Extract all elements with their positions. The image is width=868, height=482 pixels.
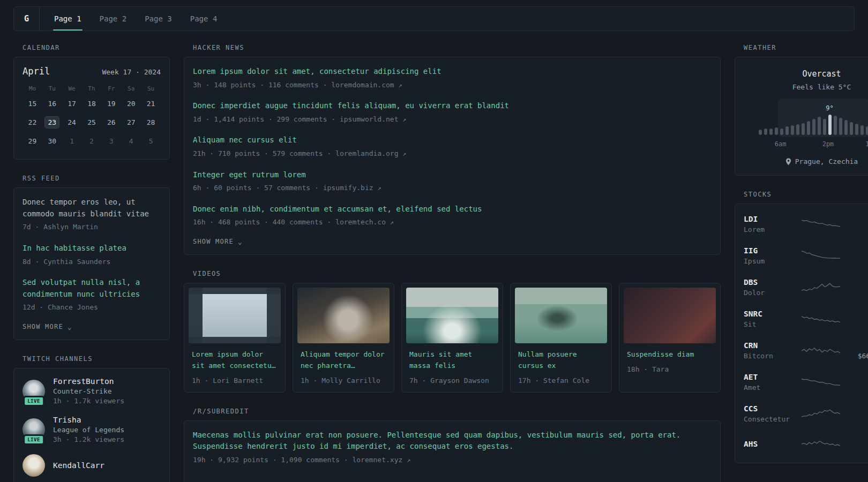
hn-item-title[interactable]: Integer eget rutrum lorem [193, 169, 712, 181]
rss-list: Donec tempor eros leo, ut commodo mauris… [23, 197, 161, 313]
current-temp-label: 9° [826, 104, 833, 112]
channel-name[interactable]: Trisha [53, 416, 124, 424]
video-card[interactable]: Lorem ipsum dolor sit amet consectetu…1h… [184, 283, 286, 393]
video-card[interactable]: Aliquam tempor dolor nec pharetra…1h · M… [293, 283, 394, 393]
video-card[interactable]: Nullam posuere cursus ex17h · Stefan Col… [510, 283, 612, 393]
calendar-widget: CALENDAR April Week 17 · 2024 MoTuWeThFr… [13, 44, 170, 160]
weather-hour-bar [769, 129, 773, 135]
calendar-day[interactable]: 24 [62, 113, 82, 132]
calendar-day-number: 17 [64, 97, 79, 110]
tab-page-2[interactable]: Page 2 [91, 7, 136, 31]
stock-row[interactable]: SNRCSit+1.36%$148.64 [744, 303, 868, 335]
stock-row[interactable]: DBSDolor+1.42%$156.28 [744, 272, 868, 303]
stock-spark [793, 406, 848, 422]
calendar-day[interactable]: 18 [82, 94, 102, 113]
videos-widget: VIDEOS Lorem ipsum dolor sit amet consec… [184, 270, 721, 393]
stock-row[interactable]: CRNBitcorn-1.00%$66,171.48 [744, 335, 868, 366]
video-card[interactable]: Mauris sit amet massa felis7h · Grayson … [401, 283, 503, 393]
calendar-day[interactable]: 23 [42, 113, 62, 132]
stocks-list: LDILorem+4.35%$795.18IIGIpsum+2.84%$42.0… [744, 208, 868, 458]
video-title[interactable]: Mauris sit amet massa felis [409, 349, 495, 372]
weather-hourly-chart: 9° [758, 107, 868, 135]
weather-hour-bar [839, 118, 842, 135]
hackernews-show-more-button[interactable]: SHOW MORE ⌄ [193, 238, 712, 246]
rss-item-title[interactable]: In hac habitasse platea [23, 243, 161, 254]
stock-row[interactable]: AETAmet+0.92%$499.72 [744, 366, 868, 398]
rss-item: Donec tempor eros leo, ut commodo mauris… [23, 197, 161, 232]
stock-sparkline [802, 280, 840, 296]
stock-ticker: IIG [744, 246, 793, 255]
video-thumbnail[interactable] [297, 288, 390, 343]
stock-values: +0.51%$165.84 [848, 404, 868, 423]
video-meta: 7h · Grayson Dawson [409, 376, 495, 385]
calendar-day[interactable]: 25 [82, 113, 102, 132]
weather-hour-bar [802, 123, 805, 135]
calendar-day[interactable]: 29 [23, 132, 42, 150]
calendar-day[interactable]: 22 [23, 113, 42, 132]
video-body: Nullam posuere cursus ex17h · Stefan Col… [515, 343, 607, 388]
rss-item-title[interactable]: Sed volutpat nulla nisl, a condimentum n… [23, 277, 161, 300]
video-thumbnail[interactable] [624, 288, 716, 343]
rss-show-more-button[interactable]: SHOW MORE ⌄ [23, 323, 161, 331]
calendar-day[interactable]: 17 [62, 94, 82, 113]
rss-item-title[interactable]: Donec tempor eros leo, ut commodo mauris… [23, 197, 161, 220]
app-logo[interactable]: G [14, 7, 40, 31]
video-title[interactable]: Nullam posuere cursus ex [518, 349, 604, 372]
calendar-day[interactable]: 4 [121, 132, 141, 150]
stock-sparkline [802, 436, 840, 452]
calendar-day[interactable]: 26 [101, 113, 121, 132]
calendar-day[interactable]: 20 [121, 94, 141, 113]
weather-hour-bar [823, 119, 826, 135]
hn-item-title[interactable]: Lorem ipsum dolor sit amet, consectetur … [193, 66, 712, 78]
calendar-day[interactable]: 2 [82, 132, 102, 150]
tab-page-1[interactable]: Page 1 [45, 7, 91, 31]
stock-spark [793, 248, 848, 264]
calendar-day[interactable]: 19 [101, 94, 121, 113]
calendar-day-number: 25 [84, 116, 99, 129]
calendar-day[interactable]: 3 [101, 132, 121, 150]
stock-spark [793, 436, 848, 452]
channel-info: TrishaLeague of Legends3h · 1.2k viewers [53, 416, 124, 443]
subreddit-item-title[interactable]: Maecenas mollis pulvinar erat non posuer… [193, 430, 712, 453]
video-thumbnail[interactable] [515, 288, 607, 343]
calendar-day-number: 29 [25, 135, 40, 147]
calendar-day[interactable]: 15 [23, 94, 42, 113]
twitch-channel[interactable]: LIVETrishaLeague of Legends3h · 1.2k vie… [23, 416, 161, 443]
tab-page-3[interactable]: Page 3 [136, 7, 181, 31]
twitch-channel[interactable]: LIVEForrestBurtonCounter-Strike1h · 1.7k… [23, 377, 161, 405]
stock-row[interactable]: CCSConsectetur+0.51%$165.84 [744, 398, 868, 430]
video-thumbnail[interactable] [189, 288, 281, 343]
channel-name[interactable]: KendallCarr [53, 461, 104, 470]
hn-item-meta: 16h · 468 points · 440 comments · loremt… [193, 217, 712, 228]
calendar-day-number: 21 [144, 97, 159, 110]
calendar-day[interactable]: 21 [141, 94, 161, 113]
channel-name[interactable]: ForrestBurton [53, 377, 124, 386]
calendar-day[interactable]: 30 [42, 132, 62, 150]
stock-change: +4.35% [848, 215, 868, 223]
twitch-channel[interactable]: KendallCarr [23, 454, 161, 477]
channel-game: League of Legends [53, 426, 124, 434]
calendar-day[interactable]: 5 [141, 132, 161, 150]
stock-row[interactable]: IIGIpsum+2.84%$42.04 [744, 240, 868, 272]
video-title[interactable]: Suspendisse diam [627, 349, 713, 360]
video-title[interactable]: Aliquam tempor dolor nec pharetra… [301, 349, 386, 372]
hn-item-meta: 1d · 1,414 points · 299 comments · ipsum… [193, 114, 712, 125]
calendar-day[interactable]: 27 [121, 113, 141, 132]
video-thumbnail[interactable] [406, 288, 498, 343]
hn-item-title[interactable]: Donec enim nibh, condimentum et accumsan… [193, 204, 712, 215]
weather-hour-bar [844, 120, 848, 135]
weather-card: Overcast Feels like 5°C 9° 6am2pm10pm Pr… [735, 57, 868, 176]
stock-id: AHS [744, 440, 793, 448]
video-title[interactable]: Lorem ipsum dolor sit amet consectetu… [192, 349, 278, 372]
calendar-day[interactable]: 1 [62, 132, 82, 150]
video-card[interactable]: Suspendisse diam18h · Tara [619, 283, 721, 393]
stock-row[interactable]: LDILorem+4.35%$795.18 [744, 208, 868, 240]
rss-card: Donec tempor eros leo, ut commodo mauris… [13, 187, 170, 340]
calendar-day[interactable]: 28 [141, 113, 161, 132]
stock-row[interactable]: AHS+0.46% [744, 430, 868, 458]
calendar-day[interactable]: 16 [42, 94, 62, 113]
tab-page-4[interactable]: Page 4 [181, 7, 227, 31]
hn-item-title[interactable]: Aliquam nec cursus elit [193, 134, 712, 146]
hn-item-title[interactable]: Donec imperdiet augue tincidunt felis al… [193, 100, 712, 112]
calendar-day-number: 26 [104, 116, 119, 129]
